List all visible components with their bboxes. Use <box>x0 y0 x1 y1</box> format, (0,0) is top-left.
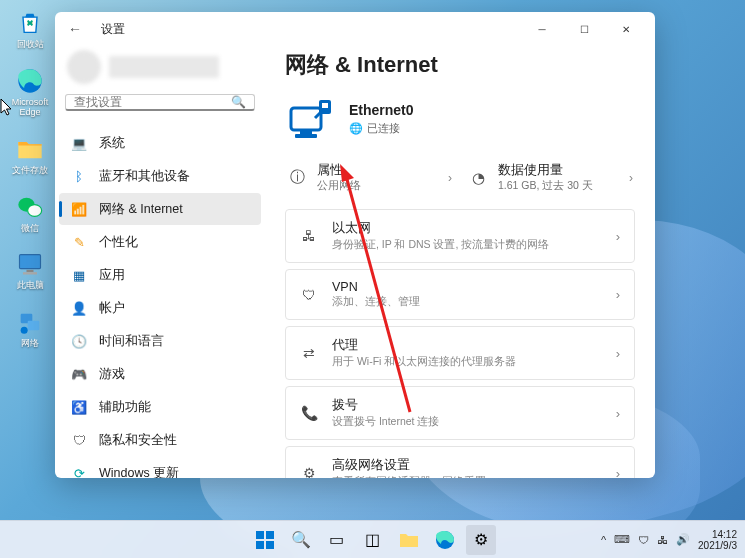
properties-title: 属性 <box>317 162 361 179</box>
desktop-icon-network[interactable]: 网络 <box>6 307 54 349</box>
card-proxy[interactable]: ⇄ 代理用于 Wi-Fi 和以太网连接的代理服务器 › <box>285 326 635 380</box>
data-usage-icon: ◔ <box>468 169 488 187</box>
search-box[interactable]: 🔍 <box>65 94 255 111</box>
nav-label: 系统 <box>99 135 125 152</box>
taskbar-explorer[interactable] <box>394 525 424 555</box>
svg-rect-3 <box>20 255 41 269</box>
svg-rect-10 <box>300 130 312 134</box>
card-vpn[interactable]: 🛡 VPN添加、连接、管理 › <box>285 269 635 320</box>
gaming-icon: 🎮 <box>71 367 87 382</box>
main-content: 网络 & Internet Ethernet0 🌐已连接 ⓘ 属性 公用网络 <box>265 46 655 478</box>
advanced-icon: ⚙ <box>300 465 318 478</box>
tray-chevron-icon[interactable]: ^ <box>601 534 606 546</box>
info-icon: ⓘ <box>287 168 307 187</box>
connected-icon: 🌐 <box>349 122 363 135</box>
taskbar-taskview[interactable]: ▭ <box>322 525 352 555</box>
desktop-icons: 回收站 Microsoft Edge 文件存放 微信 此电脑 网络 <box>6 8 54 349</box>
taskbar-widgets[interactable]: ◫ <box>358 525 388 555</box>
nav-label: 帐户 <box>99 300 125 317</box>
svg-rect-4 <box>27 270 34 272</box>
svg-rect-13 <box>322 103 328 108</box>
taskbar-search[interactable]: 🔍 <box>286 525 316 555</box>
taskbar-settings[interactable]: ⚙ <box>466 525 496 555</box>
maximize-button[interactable]: ☐ <box>563 15 605 43</box>
wechat-icon <box>15 192 45 222</box>
data-usage-card[interactable]: ◔ 数据使用量 1.61 GB, 过去 30 天 › <box>466 158 635 197</box>
desktop-icon-recycle-bin[interactable]: 回收站 <box>6 8 54 50</box>
nav-item-personalization[interactable]: ✎个性化 <box>59 226 261 258</box>
desktop-icon-folder[interactable]: 文件存放 <box>6 134 54 176</box>
svg-rect-19 <box>266 541 274 549</box>
ethernet-hero-icon <box>285 94 335 144</box>
back-button[interactable]: ← <box>63 21 87 37</box>
desktop-icon-wechat[interactable]: 微信 <box>6 192 54 234</box>
taskbar-clock[interactable]: 14:12 2021/9/3 <box>698 529 737 551</box>
nav-label: 游戏 <box>99 366 125 383</box>
account-header[interactable] <box>59 50 261 84</box>
nav-item-accounts[interactable]: 👤帐户 <box>59 292 261 324</box>
dialup-icon: 📞 <box>300 405 318 421</box>
search-input[interactable] <box>74 95 231 109</box>
tray-network-icon[interactable]: 🖧 <box>657 534 668 546</box>
system-tray: ^ ⌨ 🛡 🖧 🔊 14:12 2021/9/3 <box>601 529 745 551</box>
network-status: 🌐已连接 <box>349 121 414 136</box>
minimize-button[interactable]: ─ <box>521 15 563 43</box>
edge-icon <box>15 66 45 96</box>
taskbar-center: 🔍 ▭ ◫ ⚙ <box>250 525 496 555</box>
start-button[interactable] <box>250 525 280 555</box>
card-ethernet[interactable]: 🖧 以太网身份验证, IP 和 DNS 设置, 按流量计费的网络 › <box>285 209 635 263</box>
desktop-icon-label: 网络 <box>21 339 39 349</box>
card-advanced[interactable]: ⚙ 高级网络设置查看所有网络适配器，网络重置 › <box>285 446 635 478</box>
system-icon: 💻 <box>71 136 87 151</box>
proxy-icon: ⇄ <box>300 345 318 361</box>
recycle-bin-icon <box>15 8 45 38</box>
svg-rect-5 <box>23 273 37 275</box>
properties-card[interactable]: ⓘ 属性 公用网络 › <box>285 158 454 197</box>
nav-item-apps[interactable]: ▦应用 <box>59 259 261 291</box>
desktop-icon-label: 回收站 <box>17 40 44 50</box>
nav-item-system[interactable]: 💻系统 <box>59 127 261 159</box>
desktop-icon-label: 文件存放 <box>12 166 48 176</box>
nav-label: 网络 & Internet <box>99 201 183 218</box>
svg-point-8 <box>21 327 28 334</box>
close-button[interactable]: ✕ <box>605 15 647 43</box>
nav-label: Windows 更新 <box>99 465 179 479</box>
nav-label: 蓝牙和其他设备 <box>99 168 190 185</box>
data-usage-sub: 1.61 GB, 过去 30 天 <box>498 179 593 193</box>
nav-item-bluetooth[interactable]: ᛒ蓝牙和其他设备 <box>59 160 261 192</box>
nav-item-update[interactable]: ⟳Windows 更新 <box>59 457 261 478</box>
network-icon <box>15 307 45 337</box>
avatar <box>67 50 101 84</box>
accessibility-icon: ♿ <box>71 400 87 415</box>
mouse-cursor <box>0 98 14 116</box>
personalization-icon: ✎ <box>71 235 87 250</box>
tray-ime-icon[interactable]: ⌨ <box>614 533 630 546</box>
nav-label: 辅助功能 <box>99 399 151 416</box>
svg-rect-18 <box>256 541 264 549</box>
tray-defender-icon[interactable]: 🛡 <box>638 534 649 546</box>
desktop-icon-label: 此电脑 <box>17 281 44 291</box>
nav-item-accessibility[interactable]: ♿辅助功能 <box>59 391 261 423</box>
svg-rect-9 <box>291 108 321 130</box>
chevron-right-icon: › <box>629 171 633 185</box>
vpn-icon: 🛡 <box>300 287 318 303</box>
settings-window: ← 设置 ─ ☐ ✕ 🔍 💻系统 ᛒ蓝牙和其他设备 📶网络 & Internet… <box>55 12 655 478</box>
svg-rect-17 <box>266 531 274 539</box>
apps-icon: ▦ <box>71 268 87 283</box>
nav-item-privacy[interactable]: 🛡隐私和安全性 <box>59 424 261 456</box>
network-icon: 📶 <box>71 202 87 217</box>
nav-item-network[interactable]: 📶网络 & Internet <box>59 193 261 225</box>
chevron-right-icon: › <box>616 229 620 244</box>
nav-item-gaming[interactable]: 🎮游戏 <box>59 358 261 390</box>
nav-label: 个性化 <box>99 234 138 251</box>
svg-rect-11 <box>295 134 317 138</box>
svg-point-2 <box>28 204 42 216</box>
nav-list: 💻系统 ᛒ蓝牙和其他设备 📶网络 & Internet ✎个性化 ▦应用 👤帐户… <box>59 127 261 478</box>
time-icon: 🕓 <box>71 334 87 349</box>
taskbar-edge[interactable] <box>430 525 460 555</box>
desktop-icon-this-pc[interactable]: 此电脑 <box>6 249 54 291</box>
tray-volume-icon[interactable]: 🔊 <box>676 533 690 546</box>
nav-item-time[interactable]: 🕓时间和语言 <box>59 325 261 357</box>
chevron-right-icon: › <box>616 346 620 361</box>
card-dialup[interactable]: 📞 拨号设置拨号 Internet 连接 › <box>285 386 635 440</box>
